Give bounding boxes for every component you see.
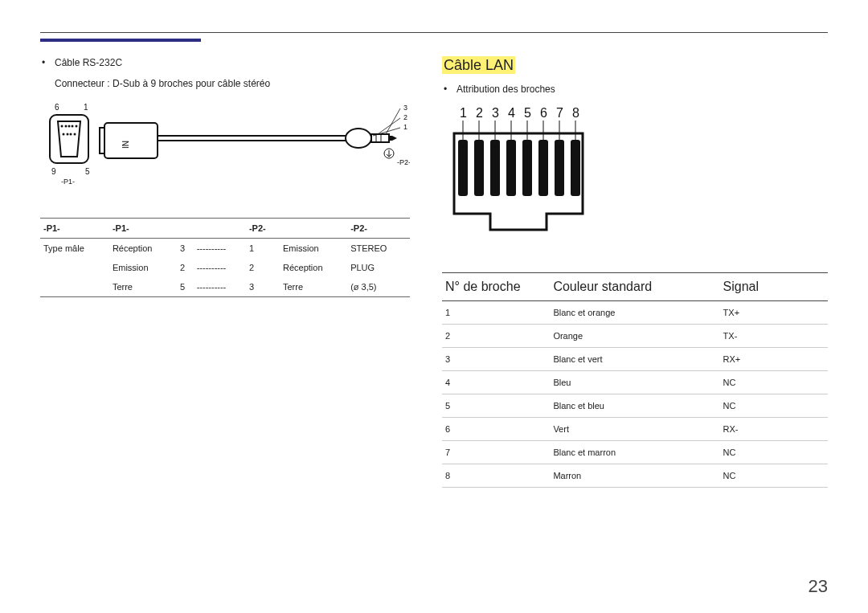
- table-row: 5Blanc et bleuNC: [442, 394, 828, 418]
- svg-line-17: [386, 108, 400, 134]
- lan-contact-icon: [490, 140, 500, 196]
- lan-pin-number: 6: [540, 106, 547, 120]
- table-cell: ----------: [194, 277, 246, 297]
- table-row: 4BleuNC: [442, 371, 828, 394]
- lan-pin-number: 5: [524, 106, 531, 120]
- table-header-row: -P1- -P1- -P2- -P2-: [40, 219, 410, 239]
- svg-line-18: [378, 118, 400, 134]
- table-cell: Blanc et orange: [550, 301, 719, 325]
- rj45-svg: 12345678: [442, 101, 611, 246]
- strain-relief-icon: IN: [100, 123, 158, 158]
- page: Câble RS-232C Connecteur : D-Sub à 9 bro…: [0, 0, 868, 613]
- rj45-diagram: 12345678: [442, 101, 828, 248]
- table-cell: Blanc et vert: [550, 348, 719, 371]
- table-cell: Réception: [280, 258, 347, 277]
- table-header-row: N° de broche Couleur standard Signal: [442, 273, 828, 301]
- svg-point-10: [74, 133, 76, 136]
- table-row: 8MarronNC: [442, 464, 828, 488]
- jack-label-1: 1: [403, 123, 407, 131]
- lan-pin-number: 1: [460, 106, 467, 120]
- dsub-icon: [50, 115, 88, 163]
- table-cell: [40, 258, 109, 277]
- table-cell: Emission: [280, 239, 347, 259]
- table-cell: RX-: [720, 418, 828, 441]
- svg-point-8: [67, 133, 69, 136]
- table-cell: NC: [720, 371, 828, 394]
- dsub-label-5: 5: [85, 167, 90, 176]
- table-cell: ----------: [194, 239, 246, 259]
- accent-bar: [40, 39, 201, 42]
- jack-label-p2: -P2-: [397, 158, 410, 166]
- table-cell: Bleu: [550, 371, 719, 394]
- table-row: Terre5----------3Terre(ø 3,5): [40, 277, 410, 297]
- table-cell: 4: [442, 371, 550, 394]
- th-pin: N° de broche: [442, 273, 550, 301]
- lan-title: Câble LAN: [442, 57, 828, 74]
- dsub-label-1: 1: [84, 103, 88, 112]
- rs232c-tbody: Type mâleRéception3----------1EmissionST…: [40, 239, 410, 297]
- svg-point-3: [65, 125, 68, 128]
- ferrite-icon: [346, 129, 371, 148]
- table-cell: TX-: [720, 325, 828, 348]
- svg-point-9: [70, 133, 72, 136]
- table-cell: Marron: [550, 464, 719, 488]
- table-row: 3Blanc et vertRX+: [442, 348, 828, 371]
- th-p2a: -P2-: [246, 219, 280, 239]
- svg-point-2: [61, 125, 63, 128]
- table-row: Type mâleRéception3----------1EmissionST…: [40, 239, 410, 259]
- table-cell: [40, 277, 109, 297]
- table-cell: TX+: [720, 301, 828, 325]
- table-cell: 6: [442, 418, 550, 441]
- table-cell: NC: [720, 394, 828, 418]
- in-label: IN: [121, 141, 130, 149]
- lan-contact-icon: [538, 140, 548, 196]
- svg-point-5: [72, 125, 74, 128]
- th-blank3: [280, 219, 347, 239]
- table-cell: 2: [442, 325, 550, 348]
- table-cell: RX+: [720, 348, 828, 371]
- table-cell: (ø 3,5): [347, 277, 410, 297]
- lan-bullet: Attribution des broches: [442, 84, 828, 95]
- lan-pin-number: 2: [476, 106, 483, 120]
- table-cell: 1: [442, 301, 550, 325]
- table-cell: 8: [442, 464, 550, 488]
- table-cell: Type mâle: [40, 239, 109, 259]
- table-row: 1Blanc et orangeTX+: [442, 301, 828, 325]
- left-column: Câble RS-232C Connecteur : D-Sub à 9 bro…: [40, 57, 410, 488]
- svg-rect-16: [389, 136, 392, 141]
- table-cell: 3: [442, 348, 550, 371]
- lan-tbody: 1Blanc et orangeTX+2OrangeTX-3Blanc et v…: [442, 301, 828, 488]
- dsub-label-9: 9: [51, 167, 56, 176]
- th-blank2: [194, 219, 246, 239]
- table-cell: 2: [246, 258, 280, 277]
- table-cell: Terre: [280, 277, 347, 297]
- th-p2b: -P2-: [347, 219, 410, 239]
- table-cell: Blanc et marron: [550, 441, 719, 464]
- cable-diagram: 6 1 9 5 -P1- IN: [40, 99, 410, 211]
- page-number: 23: [809, 576, 828, 597]
- table-cell: 2: [177, 258, 194, 277]
- content-columns: Câble RS-232C Connecteur : D-Sub à 9 bro…: [40, 57, 828, 488]
- table-cell: Terre: [109, 277, 177, 297]
- table-cell: PLUG: [347, 258, 410, 277]
- table-row: Emission2----------2RéceptionPLUG: [40, 258, 410, 277]
- table-cell: Vert: [550, 418, 719, 441]
- table-cell: 7: [442, 441, 550, 464]
- lan-contact-icon: [506, 140, 516, 196]
- lan-contact-icon: [555, 140, 564, 196]
- jack-label-3: 3: [403, 104, 407, 112]
- rs232c-table: -P1- -P1- -P2- -P2- Type mâleRéception3-…: [40, 218, 410, 297]
- th-p1a: -P1-: [40, 219, 109, 239]
- lan-pin-number: 8: [572, 106, 579, 120]
- table-cell: 5: [442, 394, 550, 418]
- th-signal: Signal: [720, 273, 828, 301]
- down-arrow-icon: [384, 149, 394, 158]
- dsub-label-6: 6: [55, 103, 59, 112]
- svg-rect-11: [104, 123, 158, 158]
- svg-point-4: [68, 125, 71, 128]
- table-cell: STEREO: [347, 239, 410, 259]
- table-cell: 3: [177, 239, 194, 259]
- table-cell: NC: [720, 441, 828, 464]
- table-cell: 3: [246, 277, 280, 297]
- lan-pin-number: 4: [508, 106, 515, 120]
